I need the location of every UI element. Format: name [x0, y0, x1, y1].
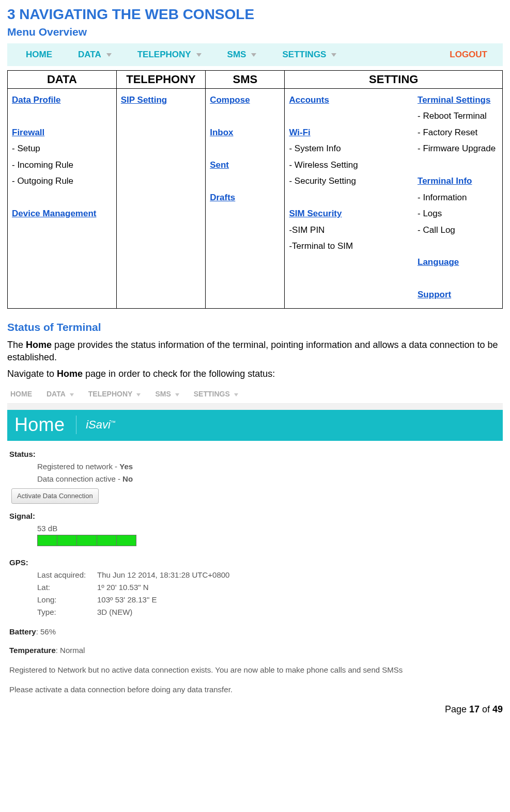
- item-wireless-setting: - Wireless Setting: [289, 160, 358, 170]
- home-page-screenshot: HOME DATA TELEPHONY SMS SETTINGS Home iS…: [7, 385, 503, 696]
- text: The: [7, 340, 26, 350]
- col-header-setting: SETTING: [285, 71, 503, 89]
- link-sent[interactable]: Sent: [210, 160, 229, 170]
- nav-settings-label: SETTINGS: [282, 50, 326, 60]
- page-footer: Page 17 of 49: [7, 704, 503, 715]
- label: TELEPHONY: [88, 390, 133, 398]
- product-name: iSavi™: [86, 418, 116, 432]
- key: Type:: [37, 606, 97, 618]
- trademark-icon: ™: [111, 419, 116, 425]
- link-data-profile[interactable]: Data Profile: [12, 95, 60, 105]
- nav2-telephony[interactable]: TELEPHONY: [88, 390, 141, 398]
- label: DATA: [47, 390, 66, 398]
- label-status: Status:: [9, 450, 36, 458]
- item-reboot: - Reboot Terminal: [418, 111, 487, 121]
- link-sim-security[interactable]: SIM Security: [289, 209, 342, 218]
- screenshot-navbar: HOME DATA TELEPHONY SMS SETTINGS: [7, 385, 503, 403]
- chevron-down-icon: [70, 393, 74, 396]
- link-firewall[interactable]: Firewall: [12, 128, 44, 137]
- text: Data connection active -: [37, 474, 122, 483]
- link-drafts[interactable]: Drafts: [210, 193, 235, 202]
- status-block: Status: Registered to network - Yes Data…: [7, 441, 503, 696]
- nav-data-label: DATA: [78, 50, 101, 60]
- link-support[interactable]: Support: [418, 290, 451, 299]
- text-bold: Home: [57, 369, 83, 379]
- label-signal: Signal:: [9, 512, 35, 520]
- chevron-down-icon: [196, 53, 202, 57]
- divider: [76, 416, 76, 434]
- value: No: [122, 474, 133, 483]
- page-title-home: Home: [14, 414, 76, 436]
- activate-data-connection-button[interactable]: Activate Data Connection: [11, 488, 99, 504]
- link-device-management[interactable]: Device Management: [12, 209, 96, 218]
- item-security-setting: - Security Setting: [289, 176, 356, 186]
- chevron-down-icon: [234, 393, 238, 396]
- cell-setting-right: Terminal Settings - Reboot Terminal - Fa…: [413, 89, 502, 309]
- nav-settings[interactable]: SETTINGS: [282, 50, 336, 60]
- item-fw-outgoing: - Outgoing Rule: [12, 176, 73, 186]
- item-system-info: - System Info: [289, 144, 341, 153]
- value: 1º 20' 10.53" N: [97, 581, 149, 594]
- cell-setting-left: Accounts Wi-Fi - System Info - Wireless …: [285, 89, 413, 309]
- nav2-settings[interactable]: SETTINGS: [194, 390, 238, 398]
- nav-home[interactable]: HOME: [26, 50, 52, 60]
- gps-lat: Lat:1º 20' 10.53" N: [37, 581, 501, 594]
- nav-telephony[interactable]: TELEPHONY: [137, 50, 202, 60]
- link-terminal-info[interactable]: Terminal Info: [418, 176, 472, 186]
- value: Yes: [119, 462, 133, 471]
- signal-value: 53 dB: [37, 522, 501, 535]
- text: Page: [445, 704, 469, 714]
- label: SMS: [155, 390, 171, 398]
- battery-value: : 56%: [36, 627, 56, 636]
- chevron-down-icon: [136, 393, 141, 396]
- link-accounts[interactable]: Accounts: [289, 95, 329, 105]
- link-inbox[interactable]: Inbox: [210, 128, 233, 137]
- para-navigate: Navigate to Home page in order to check …: [7, 368, 503, 380]
- link-compose[interactable]: Compose: [210, 95, 250, 105]
- nav-logout[interactable]: LOGOUT: [450, 50, 487, 60]
- item-logs: - Logs: [418, 209, 442, 218]
- value: Thu Jun 12 2014, 18:31:28 UTC+0800: [97, 569, 229, 581]
- nav2-sms[interactable]: SMS: [155, 390, 179, 398]
- link-wifi[interactable]: Wi-Fi: [289, 128, 310, 137]
- nav2-data[interactable]: DATA: [47, 390, 74, 398]
- gps-type: Type:3D (NEW): [37, 606, 501, 618]
- page-heading: 3 NAVIGATING THE WEB CONSOLE: [7, 6, 503, 23]
- text: page in order to check for the following…: [83, 369, 275, 379]
- value: 3D (NEW): [97, 606, 132, 618]
- nav2-home[interactable]: HOME: [10, 390, 32, 398]
- key: Lat:: [37, 581, 97, 594]
- col-header-telephony: TELEPHONY: [116, 71, 205, 89]
- item-fw-incoming: - Incoming Rule: [12, 160, 73, 170]
- item-information: - Information: [418, 193, 467, 202]
- top-navbar-screenshot: HOME DATA TELEPHONY SMS SETTINGS LOGOUT: [7, 43, 503, 66]
- cell-telephony: SIP Setting: [116, 89, 205, 309]
- key: Long:: [37, 594, 97, 606]
- item-firmware-upgrade: - Firmware Upgrade: [418, 144, 496, 153]
- item-factory-reset: - Factory Reset: [418, 128, 477, 137]
- nav-sms[interactable]: SMS: [227, 50, 257, 60]
- nav-data[interactable]: DATA: [78, 50, 112, 60]
- section-heading-menu-overview: Menu Overview: [7, 26, 503, 38]
- chevron-down-icon: [106, 53, 112, 57]
- link-sip-setting[interactable]: SIP Setting: [121, 95, 167, 105]
- menu-overview-table: DATA TELEPHONY SMS SETTING Data Profile …: [7, 70, 503, 309]
- link-language[interactable]: Language: [418, 257, 459, 267]
- section-heading-status-of-terminal: Status of Terminal: [7, 321, 503, 333]
- chevron-down-icon: [331, 53, 336, 57]
- row-data-conn: Data connection active - No: [37, 473, 501, 485]
- text: Registered to network -: [37, 462, 119, 471]
- col-header-sms: SMS: [206, 71, 285, 89]
- cell-data: Data Profile Firewall - Setup - Incoming…: [8, 89, 117, 309]
- col-header-data: DATA: [8, 71, 117, 89]
- para-home-description: The Home page provides the status inform…: [7, 339, 503, 364]
- text: Navigate to: [7, 369, 57, 379]
- link-terminal-settings[interactable]: Terminal Settings: [418, 95, 490, 105]
- item-call-log: - Call Log: [418, 225, 455, 235]
- text: page provides the status information of …: [7, 340, 498, 362]
- item-terminal-to-sim: -Terminal to SIM: [289, 241, 353, 251]
- label: SETTINGS: [194, 390, 230, 398]
- nav-telephony-label: TELEPHONY: [137, 50, 191, 60]
- gps-last-acquired: Last acquired:Thu Jun 12 2014, 18:31:28 …: [37, 569, 501, 581]
- page-number: 17: [469, 704, 480, 714]
